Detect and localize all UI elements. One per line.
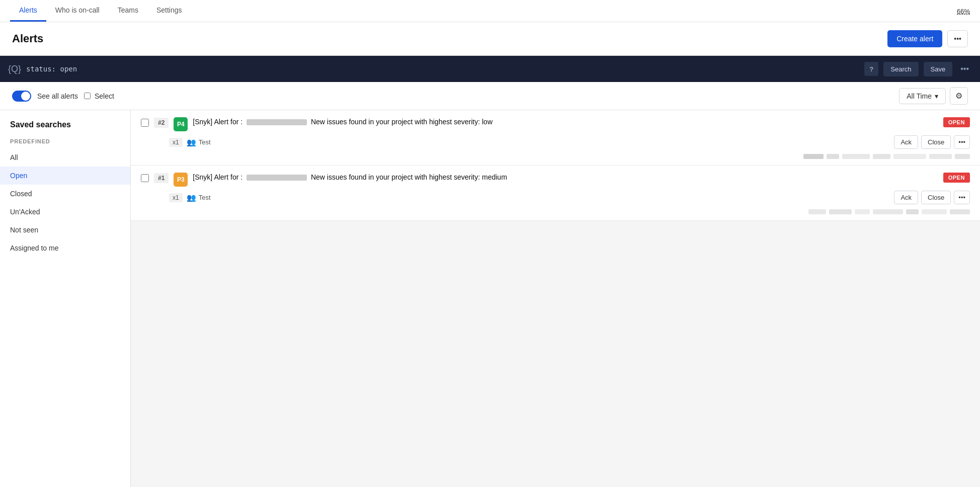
- alert-bottom-row-1: x1 👥 Test Ack Close •••: [141, 135, 970, 149]
- time-filter-button[interactable]: All Time ▾: [899, 88, 946, 104]
- footer-bar: [827, 154, 839, 159]
- alert-title-2: [Snyk] Alert for : New issues found in y…: [193, 173, 507, 183]
- tab-teams[interactable]: Teams: [109, 0, 147, 22]
- footer-bar: [873, 154, 890, 159]
- main-layout: Saved searches PREDEFINED All Open Close…: [0, 110, 980, 487]
- search-query-display: status: open: [26, 65, 859, 73]
- table-row: #2 P4 [Snyk] Alert for : New issues foun…: [131, 110, 980, 166]
- chevron-down-icon: ▾: [935, 92, 938, 100]
- redacted-text: [247, 175, 307, 181]
- sidebar-item-assigned-to-me[interactable]: Assigned to me: [0, 239, 130, 257]
- footer-bar: [803, 154, 824, 159]
- tab-who-is-on-call[interactable]: Who is on-call: [46, 0, 109, 22]
- alert-left: #1 P3 [Snyk] Alert for : New issues foun…: [141, 173, 943, 187]
- search-help-button[interactable]: ?: [864, 62, 878, 76]
- alert-left: #2 P4 [Snyk] Alert for : New issues foun…: [141, 117, 943, 131]
- page-title: Alerts: [12, 32, 43, 45]
- select-checkbox-area: Select: [84, 92, 114, 100]
- redacted-text: [247, 119, 307, 125]
- alert-id-1: #2: [154, 118, 169, 128]
- sliders-icon: ⚙: [955, 92, 962, 100]
- status-badge-2: OPEN: [943, 173, 970, 183]
- alert-right-2: OPEN: [943, 173, 970, 183]
- saved-searches-title: Saved searches: [0, 120, 130, 135]
- search-button[interactable]: Search: [883, 62, 918, 76]
- footer-bar: [893, 154, 926, 159]
- alert-multiplier-1: x1: [169, 138, 183, 147]
- page-header: Alerts Create alert •••: [0, 22, 980, 56]
- sidebar-item-not-seen[interactable]: Not seen: [0, 221, 130, 239]
- create-alert-button[interactable]: Create alert: [887, 30, 942, 47]
- alert-bottom-row-2: x1 👥 Test Ack Close •••: [141, 191, 970, 204]
- save-search-button[interactable]: Save: [924, 62, 953, 76]
- select-label: Select: [95, 92, 114, 100]
- close-alert-button-2[interactable]: Close: [921, 191, 951, 204]
- more-alert-button-2[interactable]: •••: [954, 191, 970, 204]
- alert-top-row: #2 P4 [Snyk] Alert for : New issues foun…: [141, 117, 970, 131]
- alert-checkbox-1[interactable]: [141, 119, 149, 127]
- alert-checkbox-2[interactable]: [141, 174, 149, 182]
- alert-bottom-right-2: Ack Close •••: [894, 191, 970, 204]
- toggle-knob: [21, 92, 30, 101]
- nav-tabs: Alerts Who is on-call Teams Settings: [10, 0, 191, 22]
- status-badge-1: OPEN: [943, 117, 970, 127]
- alert-footer-bar-2: [141, 209, 970, 214]
- alerts-list: #2 P4 [Snyk] Alert for : New issues foun…: [131, 110, 980, 487]
- footer-bar: [929, 154, 952, 159]
- alert-footer-bar-1: [141, 154, 970, 159]
- alert-top-row: #1 P3 [Snyk] Alert for : New issues foun…: [141, 173, 970, 187]
- sidebar-item-open[interactable]: Open: [0, 167, 130, 185]
- ack-button-1[interactable]: Ack: [894, 135, 918, 149]
- query-icon: {Q}: [8, 64, 21, 74]
- filter-right: All Time ▾ ⚙: [899, 87, 968, 105]
- sidebar: Saved searches PREDEFINED All Open Close…: [0, 110, 131, 487]
- see-all-toggle[interactable]: [12, 91, 31, 102]
- alert-id-2: #1: [154, 173, 169, 183]
- ack-button-2[interactable]: Ack: [894, 191, 918, 204]
- filter-bar: See all alerts Select All Time ▾ ⚙: [0, 82, 980, 110]
- top-navigation: Alerts Who is on-call Teams Settings 66%: [0, 0, 980, 22]
- close-alert-button-1[interactable]: Close: [921, 135, 951, 149]
- footer-bar: [906, 209, 919, 214]
- footer-bar: [808, 209, 826, 214]
- alert-title-1: [Snyk] Alert for : New issues found in y…: [193, 117, 493, 127]
- footer-bar: [955, 154, 970, 159]
- alert-bottom-left-1: x1 👥 Test: [169, 138, 211, 147]
- search-bar: {Q} status: open ? Search Save •••: [0, 56, 980, 82]
- footer-bar: [842, 154, 870, 159]
- sidebar-item-closed[interactable]: Closed: [0, 185, 130, 203]
- alert-multiplier-2: x1: [169, 193, 183, 202]
- team-icon: 👥: [187, 138, 196, 147]
- zoom-indicator: 66%: [957, 7, 970, 15]
- alert-team-1: 👥 Test: [187, 138, 211, 147]
- footer-bar: [922, 209, 947, 214]
- alert-team-2: 👥 Test: [187, 193, 211, 202]
- tab-alerts[interactable]: Alerts: [10, 0, 46, 22]
- more-alert-button-1[interactable]: •••: [954, 135, 970, 149]
- filter-settings-button[interactable]: ⚙: [950, 87, 968, 105]
- team-icon: 👥: [187, 193, 196, 202]
- alert-bottom-right-1: Ack Close •••: [894, 135, 970, 149]
- footer-bar: [855, 209, 870, 214]
- sidebar-item-all[interactable]: All: [0, 148, 130, 167]
- more-options-header-button[interactable]: •••: [947, 30, 968, 47]
- footer-bar: [873, 209, 903, 214]
- priority-badge-2: P3: [174, 173, 188, 187]
- tab-settings[interactable]: Settings: [147, 0, 191, 22]
- priority-badge-1: P4: [174, 117, 188, 131]
- footer-bar: [950, 209, 970, 214]
- more-search-button[interactable]: •••: [957, 62, 972, 75]
- footer-bar: [829, 209, 852, 214]
- filter-left: See all alerts Select: [12, 91, 114, 102]
- time-filter-label: All Time: [907, 92, 932, 100]
- predefined-section-label: PREDEFINED: [0, 135, 130, 148]
- select-all-checkbox[interactable]: [84, 93, 91, 99]
- alert-bottom-left-2: x1 👥 Test: [169, 193, 211, 202]
- header-actions: Create alert •••: [887, 30, 968, 47]
- see-all-label: See all alerts: [37, 92, 78, 100]
- table-row: #1 P3 [Snyk] Alert for : New issues foun…: [131, 166, 980, 221]
- sidebar-item-unacked[interactable]: Un'Acked: [0, 203, 130, 221]
- alert-right-1: OPEN: [943, 117, 970, 127]
